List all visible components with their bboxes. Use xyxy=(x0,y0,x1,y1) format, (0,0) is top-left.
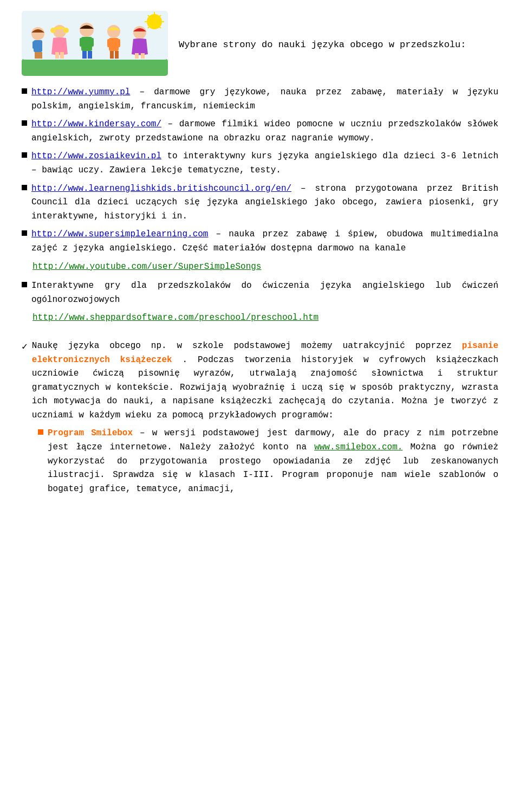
bullet-icon-smilebox xyxy=(38,429,43,435)
bullet-item-kindersay: http://www.kindersay.com/ – darmowe film… xyxy=(22,118,498,145)
svg-point-21 xyxy=(107,25,120,38)
bullet-icon-3 xyxy=(22,152,27,158)
bullet-text-1: http://www.yummy.pl – darmowe gry języko… xyxy=(31,86,498,113)
bullet-item-britishcouncil: http://www.learnenglishkids.britishcounc… xyxy=(22,182,498,224)
link-zosiaikevin[interactable]: http://www.zosiaikevin.pl xyxy=(31,151,161,161)
svg-rect-30 xyxy=(135,53,139,59)
svg-rect-0 xyxy=(22,59,168,76)
svg-rect-7 xyxy=(38,52,42,59)
bullet-item-zosiaikevin: http://www.zosiaikevin.pl to interaktywn… xyxy=(22,150,498,177)
link-yummy[interactable]: http://www.yummy.pl xyxy=(31,87,130,97)
bullet-item-gry: Interaktywne gry dla przedszkolaków do ć… xyxy=(22,279,498,307)
bullet-text-6: Interaktywne gry dla przedszkolaków do ć… xyxy=(31,279,498,307)
link-youtube[interactable]: http://www.youtube.com/user/SuperSimpleS… xyxy=(32,262,261,272)
checkmark-icon: ✓ xyxy=(22,339,28,355)
link-britishcouncil[interactable]: http://www.learnenglishkids.britishcounc… xyxy=(31,184,291,194)
svg-point-27 xyxy=(133,26,146,39)
logo-area xyxy=(22,11,168,76)
youtube-link-line: http://www.youtube.com/user/SuperSimpleS… xyxy=(32,260,498,274)
bullet-text-3: http://www.zosiaikevin.pl to interaktywn… xyxy=(31,150,498,177)
svg-rect-31 xyxy=(141,53,145,59)
svg-rect-4 xyxy=(32,41,37,49)
bullet-icon-5 xyxy=(22,230,27,236)
link-kindersay[interactable]: http://www.kindersay.com/ xyxy=(31,119,161,129)
header-section: Wybrane strony do nauki języka obcego w … xyxy=(22,11,498,76)
link-supersimple[interactable]: http://www.supersimplelearning.com xyxy=(31,229,208,239)
svg-point-15 xyxy=(80,23,94,37)
header-text: Wybrane strony do nauki języka obcego w … xyxy=(179,11,498,52)
svg-point-2 xyxy=(31,27,44,40)
bullet-item-supersimple: http://www.supersimplelearning.com – nau… xyxy=(22,228,498,255)
bullet-icon-4 xyxy=(22,185,27,190)
svg-rect-28 xyxy=(134,40,138,48)
svg-rect-10 xyxy=(61,38,65,47)
bullet-item-yummy: http://www.yummy.pl – darmowe gry języko… xyxy=(22,86,498,113)
svg-rect-9 xyxy=(54,38,58,47)
svg-rect-12 xyxy=(60,52,64,59)
svg-rect-5 xyxy=(38,41,42,49)
svg-rect-24 xyxy=(116,39,120,47)
link-sheppard[interactable]: http://www.sheppardsoftware.com/preschoo… xyxy=(32,313,318,323)
bullet-text-4: http://www.learnenglishkids.britishcounc… xyxy=(31,182,498,224)
svg-rect-18 xyxy=(89,38,94,47)
svg-rect-25 xyxy=(110,51,114,59)
smilebox-name: Program Smilebox xyxy=(48,428,133,438)
bullet-icon-1 xyxy=(22,88,27,94)
checkmark-text-main: Naukę języka obcego np. w szkole podstaw… xyxy=(32,339,498,423)
link-smilebox[interactable]: www.smilebox.com. xyxy=(314,442,402,452)
svg-rect-6 xyxy=(35,52,38,59)
bullet-text-5: http://www.supersimplelearning.com – nau… xyxy=(31,228,498,255)
svg-rect-23 xyxy=(107,39,112,47)
svg-rect-17 xyxy=(80,38,84,47)
svg-rect-26 xyxy=(115,51,119,59)
intro-text: Wybrane strony do nauki języka obcego w … xyxy=(179,40,466,50)
svg-rect-11 xyxy=(55,52,59,59)
svg-rect-29 xyxy=(141,40,146,48)
bullet-item-smilebox: Program Smilebox – w wersji podstawowej … xyxy=(38,427,498,496)
checkmark-item-main: ✓ Naukę języka obcego np. w szkole podst… xyxy=(22,339,498,423)
svg-rect-20 xyxy=(88,51,92,59)
svg-rect-19 xyxy=(82,51,87,59)
sheppard-link-line: http://www.sheppardsoftware.com/preschoo… xyxy=(32,311,498,325)
bullet-text-smilebox: Program Smilebox – w wersji podstawowej … xyxy=(48,427,498,496)
checkmark-intro: Naukę języka obcego np. w szkole podstaw… xyxy=(32,341,462,351)
content-area: http://www.yummy.pl – darmowe gry języko… xyxy=(22,86,498,496)
page-container: Wybrane strony do nauki języka obcego w … xyxy=(22,11,498,496)
desc-gry: Interaktywne gry dla przedszkolaków do ć… xyxy=(31,281,498,305)
bullet-icon-6 xyxy=(22,282,27,287)
bullet-icon-2 xyxy=(22,120,27,126)
logo-image xyxy=(22,11,168,76)
bullet-text-2: http://www.kindersay.com/ – darmowe film… xyxy=(31,118,498,145)
